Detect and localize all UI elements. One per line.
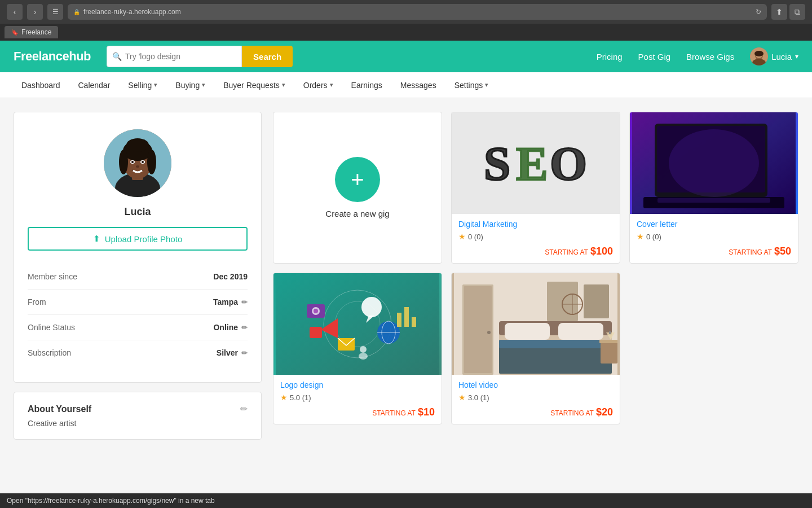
back-button[interactable]: ‹ (7, 4, 23, 20)
gig-card-hotel-video[interactable]: Hotel video ★ 3.0 (1) STARTING AT $20 (451, 273, 620, 424)
nav-earnings[interactable]: Earnings (343, 72, 390, 98)
from-label: From (28, 297, 46, 306)
search-container: 🔍 Search (107, 46, 293, 67)
upload-icon: ⬆ (93, 234, 100, 244)
about-text: Creative artist (28, 419, 248, 428)
buying-chevron-icon: ▾ (202, 81, 205, 89)
create-gig-label: Create a new gig (325, 209, 389, 218)
gig-price-row-cover-letter: STARTING AT $50 (637, 246, 791, 257)
nav-buyer-requests[interactable]: Buyer Requests ▾ (215, 72, 293, 98)
avatar-svg (750, 47, 768, 65)
from-row: From Tampa ✏ (28, 290, 248, 315)
svg-text:S: S (484, 137, 511, 190)
pricing-link[interactable]: Pricing (597, 52, 623, 62)
gig-image-cover-letter (630, 112, 798, 214)
svg-rect-70 (609, 331, 611, 334)
main-content: Lucia ⬆ Upload Profile Photo Member sinc… (0, 98, 812, 453)
app-header: Freelancehub 🔍 Search Pricing Post Gig B… (0, 41, 812, 72)
search-input[interactable] (107, 46, 242, 67)
nav-selling[interactable]: Selling ▾ (120, 72, 165, 98)
address-bar[interactable]: 🔒 freelance-ruky-a.herokuapp.com ↻ (68, 4, 767, 20)
star-icon: ★ (637, 232, 644, 241)
browse-gigs-link[interactable]: Browse Gigs (686, 52, 734, 62)
svg-point-37 (361, 297, 382, 317)
gig-card-logo-design[interactable]: Logo design ★ 5.0 (1) STARTING AT $10 (273, 273, 442, 424)
online-status-value: Online ✏ (213, 323, 248, 332)
hotel-svg (454, 273, 617, 375)
fullscreen-button[interactable]: ⧉ (789, 4, 805, 20)
laptop-svg (632, 112, 796, 214)
sidebar-button[interactable]: ☰ (47, 4, 63, 20)
subscription-value: Silver ✏ (217, 348, 248, 357)
profile-avatar (104, 129, 171, 197)
svg-rect-36 (310, 327, 322, 338)
create-gig-icon: + (335, 157, 380, 202)
starting-at-label: STARTING AT (545, 248, 588, 256)
gig-price-row-hotel-video: STARTING AT $20 (458, 406, 613, 418)
gig-image-logo-design (273, 273, 442, 375)
edit-status-icon[interactable]: ✏ (241, 323, 248, 332)
logo[interactable]: Freelancehub (14, 49, 91, 64)
rating-text: 0 (0) (646, 233, 661, 241)
user-menu[interactable]: Lucia ▾ (750, 47, 798, 65)
svg-rect-60 (505, 323, 550, 340)
gig-card-body-digital-marketing: Digital Marketing ★ 0 (0) STARTING AT $1… (452, 214, 620, 263)
gig-title-digital-marketing: Digital Marketing (458, 220, 613, 229)
nav-messages[interactable]: Messages (392, 72, 444, 98)
from-value: Tampa ✏ (213, 297, 248, 306)
member-since-label: Member since (28, 272, 77, 281)
edit-subscription-icon[interactable]: ✏ (241, 349, 248, 357)
secondary-nav: Dashboard Calendar Selling ▾ Buying ▾ Bu… (0, 72, 812, 98)
forward-button[interactable]: › (27, 4, 43, 20)
gig-card-body-logo-design: Logo design ★ 5.0 (1) STARTING AT $10 (273, 375, 442, 424)
nav-calendar[interactable]: Calendar (70, 72, 118, 98)
svg-rect-31 (657, 198, 770, 203)
tab-title: Freelance (21, 28, 51, 36)
member-since-row: Member since Dec 2019 (28, 264, 248, 290)
avatar (750, 47, 768, 65)
star-icon: ★ (458, 232, 466, 241)
nav-buying[interactable]: Buying ▾ (167, 72, 213, 98)
tab-bar: 🔖 Freelance (0, 24, 812, 41)
gig-card-cover-letter[interactable]: Cover letter ★ 0 (0) STARTING AT $50 (629, 112, 798, 264)
svg-point-55 (487, 331, 491, 334)
svg-rect-49 (404, 307, 409, 327)
online-status-label: Online Status (28, 323, 75, 332)
starting-at-label: STARTING AT (550, 409, 594, 417)
browser-actions: ⬆ ⧉ (771, 4, 805, 20)
nav-orders[interactable]: Orders ▾ (295, 72, 341, 98)
gig-price: $10 (418, 406, 435, 418)
upload-profile-photo-button[interactable]: ⬆ Upload Profile Photo (28, 227, 248, 251)
subscription-row: Subscription Silver ✏ (28, 340, 248, 365)
browser-chrome: ‹ › ☰ 🔒 freelance-ruky-a.herokuapp.com ↻… (0, 0, 812, 24)
nav-dashboard[interactable]: Dashboard (14, 72, 68, 98)
svg-point-17 (142, 161, 144, 163)
edit-from-icon[interactable]: ✏ (241, 298, 248, 306)
svg-point-45 (314, 309, 318, 313)
svg-point-11 (119, 150, 128, 174)
edit-about-icon[interactable]: ✏ (240, 404, 248, 414)
header-nav: Pricing Post Gig Browse Gigs Lucia ▾ (597, 47, 798, 65)
search-button[interactable]: Search (242, 46, 293, 67)
gig-price-row-digital-marketing: STARTING AT $100 (458, 246, 613, 257)
svg-point-12 (147, 150, 156, 174)
reload-button[interactable]: ↻ (756, 8, 761, 16)
svg-point-13 (126, 138, 149, 152)
svg-text:E: E (516, 137, 549, 190)
rating-text: 0 (0) (468, 233, 483, 241)
gig-price: $50 (774, 246, 791, 257)
online-status-row: Online Status Online ✏ (28, 315, 248, 340)
star-icon: ★ (458, 393, 466, 402)
active-tab[interactable]: 🔖 Freelance (5, 26, 58, 38)
selling-chevron-icon: ▾ (154, 81, 157, 89)
gig-title-cover-letter: Cover letter (637, 220, 791, 229)
gig-price: $20 (596, 406, 613, 418)
create-gig-card[interactable]: + Create a new gig (273, 112, 442, 264)
about-header: About Yourself ✏ (28, 404, 248, 414)
gig-card-digital-marketing[interactable]: S E O S E O Digital Marketing ★ 0 (451, 112, 620, 264)
post-gig-link[interactable]: Post Gig (638, 52, 671, 62)
gig-price: $100 (590, 246, 613, 257)
nav-settings[interactable]: Settings ▾ (447, 72, 497, 98)
share-button[interactable]: ⬆ (771, 4, 787, 20)
settings-chevron-icon: ▾ (485, 81, 488, 89)
